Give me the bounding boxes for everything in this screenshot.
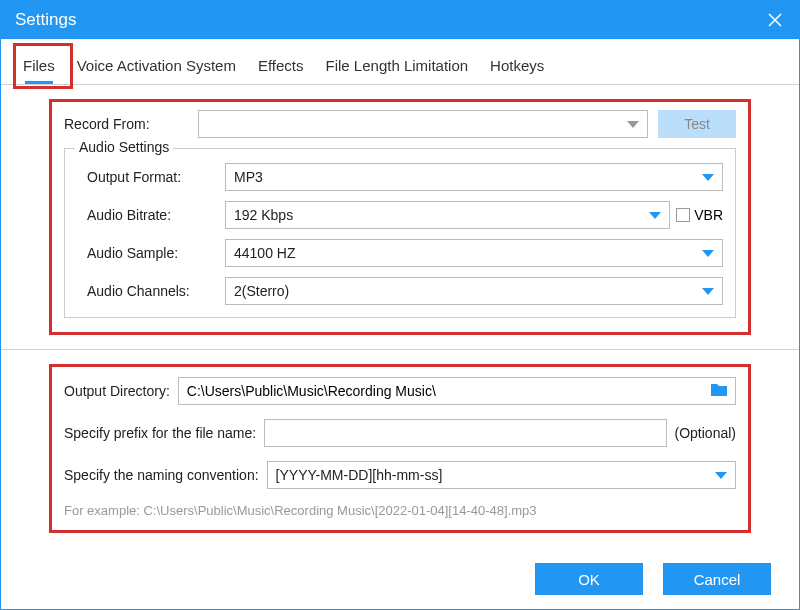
output-section: Output Directory: C:\Users\Public\Music\… (49, 364, 751, 533)
audio-settings-fieldset: Audio Settings Output Format: MP3 Audio … (64, 148, 736, 318)
output-directory-field[interactable]: C:\Users\Public\Music\Recording Music\ (178, 377, 736, 405)
naming-convention-value: [YYYY-MM-DD][hh-mm-ss] (276, 467, 443, 483)
output-directory-value: C:\Users\Public\Music\Recording Music\ (187, 383, 436, 399)
chevron-down-icon (649, 212, 661, 219)
audio-sample-select[interactable]: 44100 HZ (225, 239, 723, 267)
naming-example: For example: C:\Users\Public\Music\Recor… (64, 503, 736, 518)
content-area: Record From: Test Audio Settings Output … (1, 85, 799, 551)
naming-convention-select[interactable]: [YYYY-MM-DD][hh-mm-ss] (267, 461, 736, 489)
folder-icon[interactable] (709, 382, 729, 401)
close-icon (767, 12, 783, 28)
tab-voice-activation[interactable]: Voice Activation System (75, 51, 238, 84)
titlebar: Settings (1, 1, 799, 39)
record-from-label: Record From: (64, 116, 188, 132)
divider (1, 349, 799, 350)
chevron-down-icon (702, 250, 714, 257)
audio-channels-value: 2(Sterro) (234, 283, 289, 299)
vbr-label: VBR (694, 207, 723, 223)
settings-window: Settings Files Voice Activation System E… (0, 0, 800, 610)
audio-channels-select[interactable]: 2(Sterro) (225, 277, 723, 305)
vbr-checkbox[interactable] (676, 208, 690, 222)
footer-buttons: OK Cancel (1, 551, 799, 609)
output-format-label: Output Format: (77, 169, 225, 185)
audio-bitrate-value: 192 Kbps (234, 207, 293, 223)
chevron-down-icon (627, 121, 639, 128)
tab-hotkeys[interactable]: Hotkeys (488, 51, 546, 84)
audio-channels-label: Audio Channels: (77, 283, 225, 299)
cancel-button[interactable]: Cancel (663, 563, 771, 595)
output-format-select[interactable]: MP3 (225, 163, 723, 191)
naming-convention-label: Specify the naming convention: (64, 467, 259, 483)
window-title: Settings (15, 10, 76, 30)
prefix-input[interactable] (264, 419, 666, 447)
tab-effects[interactable]: Effects (256, 51, 306, 84)
recording-section: Record From: Test Audio Settings Output … (49, 99, 751, 335)
output-directory-label: Output Directory: (64, 383, 170, 399)
chevron-down-icon (702, 174, 714, 181)
prefix-label: Specify prefix for the file name: (64, 425, 256, 441)
audio-settings-legend: Audio Settings (75, 139, 173, 155)
audio-sample-label: Audio Sample: (77, 245, 225, 261)
close-button[interactable] (751, 1, 799, 39)
audio-bitrate-select[interactable]: 192 Kbps (225, 201, 670, 229)
ok-button[interactable]: OK (535, 563, 643, 595)
tab-file-length-limitation[interactable]: File Length Limitation (324, 51, 471, 84)
test-button[interactable]: Test (658, 110, 736, 138)
chevron-down-icon (715, 472, 727, 479)
tab-files[interactable]: Files (21, 51, 57, 84)
chevron-down-icon (702, 288, 714, 295)
audio-bitrate-label: Audio Bitrate: (77, 207, 225, 223)
record-from-select[interactable] (198, 110, 648, 138)
tabs-bar: Files Voice Activation System Effects Fi… (1, 39, 799, 85)
output-format-value: MP3 (234, 169, 263, 185)
audio-sample-value: 44100 HZ (234, 245, 295, 261)
optional-label: (Optional) (675, 425, 736, 441)
